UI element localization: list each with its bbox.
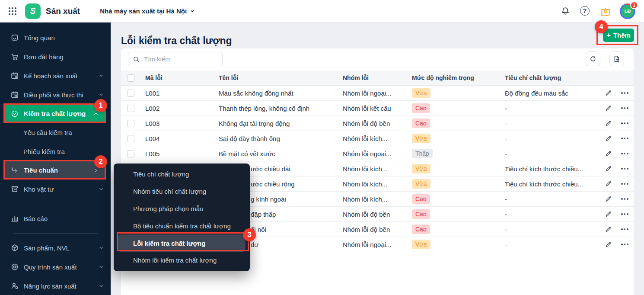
column-header[interactable]: Tiêu chí chất lượng bbox=[500, 74, 597, 81]
more-actions-icon[interactable] bbox=[621, 92, 628, 94]
chevron-down-icon bbox=[98, 72, 105, 79]
row-checkbox[interactable] bbox=[127, 90, 134, 97]
submenu-item-3[interactable]: Bộ tiêu chuẩn kiểm tra chất lượng bbox=[114, 217, 250, 234]
cell-criteria: - bbox=[500, 105, 597, 112]
sidebar-item-2[interactable]: Kế hoạch sản xuất bbox=[0, 66, 111, 85]
submenu-item-0[interactable]: Tiêu chí chất lượng bbox=[114, 166, 250, 183]
more-actions-icon[interactable] bbox=[621, 183, 628, 185]
edit-pencil-icon[interactable] bbox=[605, 90, 612, 97]
sidebar-item-3[interactable]: Điều phối và thực thi bbox=[0, 85, 111, 104]
more-actions-icon[interactable] bbox=[621, 244, 628, 245]
sidebar-item-label: Tổng quan bbox=[24, 34, 105, 42]
sidebar-item-10[interactable]: Báo cáo bbox=[0, 209, 111, 228]
cell-group: Nhóm lỗi độ bền bbox=[338, 211, 407, 218]
cell-severity: Vừa bbox=[407, 240, 500, 249]
notifications-bell-icon[interactable] bbox=[560, 6, 571, 16]
cube-icon bbox=[10, 244, 19, 252]
sidebar-item-1[interactable]: Đơn đặt hàng bbox=[0, 47, 111, 66]
edit-pencil-icon[interactable] bbox=[605, 241, 612, 248]
sidebar-item-14[interactable]: Năng lực sản xuất bbox=[0, 276, 111, 295]
sidebar-nav: Tổng quanĐơn đặt hàngKế hoạch sản xuấtĐi… bbox=[0, 22, 111, 295]
check-circle-icon bbox=[10, 109, 19, 118]
sidebar-item-7[interactable]: Tiêu chuẩn bbox=[3, 161, 105, 180]
more-actions-icon[interactable] bbox=[621, 122, 628, 124]
edit-pencil-icon[interactable] bbox=[605, 180, 612, 188]
row-checkbox[interactable] bbox=[127, 135, 134, 142]
chevron-down-icon bbox=[189, 8, 195, 14]
cell-code: L005 bbox=[140, 150, 214, 157]
row-checkbox[interactable] bbox=[127, 120, 134, 127]
chevron-down-icon bbox=[98, 263, 105, 270]
sidebar-item-label: Năng lực sản xuất bbox=[24, 282, 93, 290]
more-actions-icon[interactable] bbox=[621, 153, 628, 154]
column-header[interactable]: Mức độ nghiêm trọng bbox=[407, 74, 500, 81]
process-icon bbox=[10, 263, 19, 271]
more-actions-icon[interactable] bbox=[621, 138, 628, 139]
cell-group: Nhóm lỗi kích... bbox=[338, 165, 407, 173]
sidebar-item-label: Sản phẩm, NVL bbox=[24, 244, 93, 252]
sidebar-item-label: Kế hoạch sản xuất bbox=[24, 72, 93, 80]
help-question-glyph: ? bbox=[580, 6, 590, 16]
sidebar-item-5[interactable]: Yêu cầu kiểm tra bbox=[0, 123, 111, 142]
edit-pencil-icon[interactable] bbox=[605, 135, 612, 142]
table-row-L001: L001Màu sắc không đồng nhấtNhóm lỗi ngoạ… bbox=[121, 86, 634, 101]
more-actions-icon[interactable] bbox=[621, 168, 628, 170]
edit-pencil-icon[interactable] bbox=[605, 105, 612, 112]
more-actions-icon[interactable] bbox=[621, 198, 628, 200]
select-all-checkbox[interactable] bbox=[127, 74, 134, 82]
user-avatar[interactable]: LĐ 1 bbox=[620, 3, 635, 19]
cell-name: Sai độ dày thành ống bbox=[214, 135, 338, 142]
sidebar-item-13[interactable]: Quy trình sản xuất bbox=[0, 257, 111, 276]
edit-pencil-icon[interactable] bbox=[605, 226, 612, 233]
edit-pencil-icon[interactable] bbox=[605, 211, 612, 218]
home-icon bbox=[10, 33, 19, 42]
cell-criteria: - bbox=[500, 150, 597, 157]
add-button-label: Thêm bbox=[613, 32, 631, 39]
column-header[interactable]: Mã lỗi bbox=[140, 74, 214, 81]
guide-book-icon[interactable] bbox=[600, 6, 610, 16]
cell-severity: Cao bbox=[407, 209, 500, 219]
table-row-L005: L005Bề mặt có vết xướcNhóm lỗi ngoại...T… bbox=[121, 146, 634, 161]
cell-code: L001 bbox=[140, 90, 214, 97]
archive-icon bbox=[10, 185, 19, 193]
cell-name: Màu sắc không đồng nhất bbox=[214, 90, 338, 97]
export-button[interactable] bbox=[609, 51, 624, 66]
severity-badge: Vừa bbox=[412, 240, 430, 249]
app-grid-icon[interactable] bbox=[7, 6, 18, 16]
submenu-item-2[interactable]: Phương pháp chọn mẫu bbox=[114, 200, 250, 218]
sidebar-item-8[interactable]: Kho vật tư bbox=[0, 180, 111, 199]
more-actions-icon[interactable] bbox=[621, 228, 628, 230]
sidebar-item-0[interactable]: Tổng quan bbox=[0, 28, 111, 47]
column-header[interactable]: Nhóm lỗi bbox=[338, 74, 407, 81]
cell-criteria: - bbox=[500, 226, 597, 233]
more-actions-icon[interactable] bbox=[621, 107, 628, 109]
sidebar-item-4[interactable]: Kiểm tra chất lượng bbox=[3, 104, 105, 123]
submenu-item-1[interactable]: Nhóm tiêu chí chất lượng bbox=[114, 183, 250, 200]
more-actions-icon[interactable] bbox=[621, 213, 628, 215]
cell-criteria: Tiêu chí kích thước chiều... bbox=[500, 180, 597, 188]
edit-pencil-icon[interactable] bbox=[605, 196, 612, 203]
edit-pencil-icon[interactable] bbox=[605, 120, 612, 127]
row-checkbox[interactable] bbox=[127, 105, 134, 112]
standards-submenu-popup: Tiêu chí chất lượngNhóm tiêu chí chất lư… bbox=[114, 164, 250, 271]
edit-pencil-icon[interactable] bbox=[605, 165, 612, 173]
submenu-item-5[interactable]: Nhóm lỗi kiểm tra chất lượng bbox=[114, 252, 250, 269]
factory-selector[interactable]: Nhà máy sản xuất tại Hà Nội bbox=[100, 7, 195, 15]
sidebar-item-6[interactable]: Phiếu kiểm tra bbox=[0, 142, 111, 161]
edit-pencil-icon[interactable] bbox=[605, 150, 612, 157]
cell-severity: Cao bbox=[407, 224, 500, 234]
sidebar-item-12[interactable]: Sản phẩm, NVL bbox=[0, 238, 111, 257]
production-app: S Sản xuất Nhà máy sản xuất tại Hà Nội ?… bbox=[0, 0, 644, 295]
cell-criteria: - bbox=[500, 241, 597, 248]
cell-severity: Vừa bbox=[407, 134, 500, 143]
help-icon[interactable]: ? bbox=[580, 6, 590, 16]
add-button[interactable]: + Thêm bbox=[603, 29, 634, 42]
submenu-item-4[interactable]: Lỗi kiểm tra chất lượng bbox=[118, 234, 245, 252]
refresh-button[interactable] bbox=[586, 51, 600, 66]
column-header[interactable]: Tên lỗi bbox=[214, 74, 338, 81]
chevron-down-icon bbox=[98, 282, 105, 289]
search-input[interactable] bbox=[143, 55, 218, 63]
app-logo-icon[interactable]: S bbox=[25, 3, 41, 19]
row-checkbox[interactable] bbox=[127, 150, 134, 157]
cell-severity: Cao bbox=[407, 119, 500, 128]
